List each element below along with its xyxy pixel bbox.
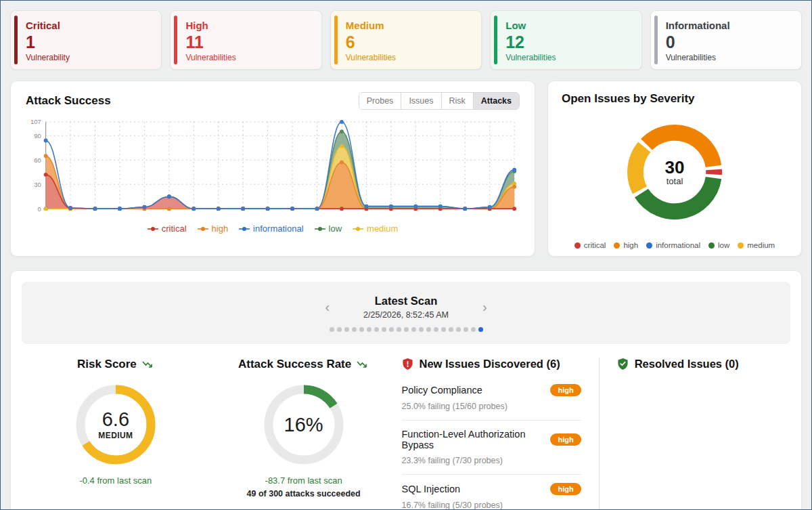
scan-pagination-dots bbox=[330, 327, 483, 332]
legend-dot-icon bbox=[646, 242, 652, 249]
donut-legend-item-low[interactable]: low bbox=[708, 241, 729, 249]
scan-timestamp: 2/25/2026, 8:52:45 AM bbox=[363, 310, 449, 320]
legend-label: medium bbox=[747, 241, 775, 249]
tab-risk[interactable]: Risk bbox=[441, 93, 473, 109]
issue-item[interactable]: Function-Level Authorization Bypass high… bbox=[402, 420, 581, 474]
card-low[interactable]: Low 12 Vulnerabilities bbox=[490, 10, 641, 70]
scan-dot[interactable] bbox=[397, 327, 401, 332]
attack-rate-title: Attack Success Rate bbox=[238, 358, 369, 371]
card-informational[interactable]: Informational 0 Vulnerabilities bbox=[650, 10, 802, 70]
legend-marker-icon bbox=[198, 226, 208, 232]
risk-score-gauge: 6.6 MEDIUM bbox=[72, 381, 160, 469]
issue-detail: 16.7% failing (5/30 probes) bbox=[402, 501, 581, 510]
attack-success-panel: Attack Success Probes Issues Risk Attack… bbox=[10, 81, 535, 257]
trend-down-icon bbox=[142, 360, 154, 369]
informational-accent-bar bbox=[654, 16, 658, 64]
scan-dot[interactable] bbox=[449, 327, 453, 332]
scan-dot[interactable] bbox=[441, 327, 446, 332]
legend-item-informational[interactable]: informational bbox=[239, 224, 303, 234]
scan-dot[interactable] bbox=[359, 327, 364, 332]
critical-accent-bar bbox=[14, 16, 18, 64]
medium-label: Vulnerabilities bbox=[346, 53, 472, 62]
card-critical[interactable]: Critical 1 Vulnerability bbox=[10, 10, 162, 70]
legend-item-critical[interactable]: critical bbox=[148, 224, 187, 234]
legend-label: low bbox=[329, 224, 342, 234]
legend-label: high bbox=[623, 241, 638, 249]
legend-label: informational bbox=[656, 241, 700, 249]
legend-label: critical bbox=[584, 241, 606, 249]
legend-marker-icon bbox=[353, 226, 363, 232]
scan-dot[interactable] bbox=[456, 327, 461, 332]
charts-row: Attack Success Probes Issues Risk Attack… bbox=[1, 70, 811, 257]
attack-rate-gauge: 16% bbox=[260, 381, 348, 469]
attack-success-title: Attack Success bbox=[26, 94, 111, 108]
scan-dot[interactable] bbox=[330, 327, 334, 332]
legend-item-medium[interactable]: medium bbox=[353, 224, 398, 234]
scan-dot[interactable] bbox=[434, 327, 438, 332]
scan-dot-active[interactable] bbox=[478, 327, 483, 332]
legend-label: critical bbox=[162, 224, 187, 234]
risk-score-title: Risk Score bbox=[77, 358, 154, 371]
risk-gauge-svg bbox=[72, 381, 160, 469]
legend-dot-icon bbox=[738, 242, 744, 249]
scan-metrics-columns: Risk Score 6.6 MEDIUM -0.4 from last sca… bbox=[22, 344, 790, 510]
critical-label: Vulnerability bbox=[26, 53, 152, 62]
legend-dot-icon bbox=[574, 242, 581, 249]
issue-item[interactable]: SQL Injection high 16.7% failing (5/30 p… bbox=[402, 474, 581, 510]
high-accent-bar bbox=[174, 16, 177, 64]
scan-dot[interactable] bbox=[352, 327, 357, 332]
scan-dot[interactable] bbox=[374, 327, 379, 332]
issue-severity-badge: high bbox=[550, 384, 581, 396]
severity-cards-row: Critical 1 Vulnerability High 11 Vulnera… bbox=[1, 1, 811, 70]
svg-text:0: 0 bbox=[37, 206, 41, 213]
legend-item-high[interactable]: high bbox=[198, 224, 229, 234]
low-accent-bar bbox=[494, 16, 497, 64]
scan-dot[interactable] bbox=[464, 327, 468, 332]
low-title: Low bbox=[505, 20, 631, 31]
trend-chart-legend: criticalhighinformationallowmedium bbox=[26, 224, 520, 234]
informational-label: Vulnerabilities bbox=[666, 53, 792, 62]
medium-count: 6 bbox=[346, 34, 472, 51]
scan-dot[interactable] bbox=[382, 327, 386, 332]
tab-issues[interactable]: Issues bbox=[401, 93, 441, 109]
scan-dot[interactable] bbox=[426, 327, 431, 332]
tab-probes[interactable]: Probes bbox=[359, 93, 401, 109]
scan-dot[interactable] bbox=[344, 327, 349, 332]
scan-dot[interactable] bbox=[404, 327, 409, 332]
donut-legend-item-medium[interactable]: medium bbox=[738, 241, 775, 249]
critical-title: Critical bbox=[26, 20, 152, 31]
issue-item[interactable]: Policy Compliance high 25.0% failing (15… bbox=[402, 376, 581, 420]
attack-trend-chart: 0306090107 bbox=[26, 116, 520, 219]
scan-dot[interactable] bbox=[389, 327, 394, 332]
risk-score-delta: -0.4 from last scan bbox=[22, 475, 210, 486]
svg-text:90: 90 bbox=[34, 133, 41, 140]
donut-legend-item-critical[interactable]: critical bbox=[574, 241, 606, 249]
legend-label: low bbox=[718, 241, 729, 249]
scan-dot[interactable] bbox=[337, 327, 342, 332]
scan-dot[interactable] bbox=[419, 327, 424, 332]
donut-legend: criticalhighinformationallowmedium bbox=[562, 241, 788, 249]
donut-legend-item-informational[interactable]: informational bbox=[646, 241, 700, 249]
scan-dot[interactable] bbox=[367, 327, 371, 332]
informational-count: 0 bbox=[666, 34, 792, 51]
resolved-issues-title: Resolved Issues (0) bbox=[635, 358, 739, 370]
card-high[interactable]: High 11 Vulnerabilities bbox=[170, 10, 321, 70]
scan-carousel: ‹ Latest Scan 2/25/2026, 8:52:45 AM › bbox=[22, 282, 790, 344]
card-medium[interactable]: Medium 6 Vulnerabilities bbox=[330, 10, 482, 70]
trend-down-icon bbox=[357, 360, 369, 369]
legend-marker-icon bbox=[148, 226, 158, 232]
legend-dot-icon bbox=[708, 242, 715, 249]
alert-shield-icon bbox=[402, 358, 413, 370]
next-scan-chevron-icon[interactable]: › bbox=[480, 300, 490, 314]
medium-title: Medium bbox=[346, 20, 472, 31]
medium-accent-bar bbox=[334, 16, 338, 64]
tab-attacks[interactable]: Attacks bbox=[473, 93, 519, 109]
scan-dot[interactable] bbox=[411, 327, 416, 332]
severity-donut-chart: 30 total bbox=[615, 112, 734, 232]
legend-item-low[interactable]: low bbox=[315, 224, 342, 234]
issue-severity-badge: high bbox=[550, 483, 581, 495]
prev-scan-chevron-icon[interactable]: ‹ bbox=[322, 300, 332, 314]
scan-dot[interactable] bbox=[471, 327, 476, 332]
donut-legend-item-high[interactable]: high bbox=[614, 241, 638, 249]
legend-marker-icon bbox=[315, 226, 325, 232]
